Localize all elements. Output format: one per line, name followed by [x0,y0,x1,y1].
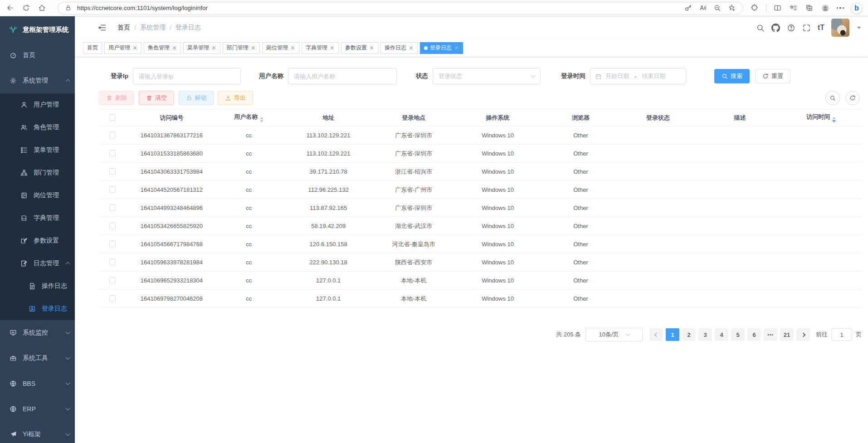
sidebar-item-yi-framework[interactable]: Yi框架 [0,422,75,443]
browser-reload-button[interactable] [21,4,30,13]
tab-close-icon[interactable] [172,45,177,50]
sidebar-item-dict-management[interactable]: 字典管理 [0,207,75,229]
date-range-input[interactable]: 开始日期 - 结束日期 [590,68,686,84]
row-checkbox[interactable] [109,204,116,211]
tab-home[interactable]: 首页 [83,42,102,54]
help-question-icon[interactable] [787,24,795,32]
sidebar-item-post-management[interactable]: 岗位管理 [0,184,75,207]
tab-login-log[interactable]: 登录日志 [420,42,463,54]
app-logo[interactable]: 意框架管理系统 [0,16,75,43]
row-checkbox[interactable] [109,168,116,175]
page-button-1[interactable]: 1 [666,328,679,341]
refresh-table-icon[interactable] [845,91,860,105]
tab-close-icon[interactable] [409,45,414,50]
site-lock-icon[interactable] [64,4,72,13]
sidebar-item-menu-management[interactable]: 菜单管理 [0,139,75,161]
tab-close-icon[interactable] [330,45,335,50]
tab-role-management[interactable]: 角色管理 [144,42,181,54]
zoom-out-icon[interactable] [713,4,722,13]
tab-operation-log[interactable]: 操作日志 [380,42,418,54]
favorites-icon[interactable] [789,4,798,13]
header-search-icon[interactable] [756,24,765,32]
tab-post-management[interactable]: 岗位管理 [262,42,299,54]
tab-dict-management[interactable]: 字典管理 [302,42,339,54]
select-all-checkbox[interactable] [109,114,116,121]
next-page-button[interactable] [796,328,810,341]
sidebar-item-dept-management[interactable]: 部门管理 [0,161,75,184]
toggle-search-icon[interactable] [825,91,840,105]
page-ellipsis[interactable]: ••• [764,328,777,341]
row-checkbox[interactable] [109,241,116,247]
unlock-button[interactable]: 解锁 [179,91,214,105]
row-checkbox[interactable] [109,223,116,229]
avatar-caret-icon[interactable] [857,27,861,29]
sidebar-item-role-management[interactable]: 角色管理 [0,116,75,139]
export-button[interactable]: 导出 [218,91,253,105]
browser-menu-icon[interactable] [837,7,844,9]
bing-copilot-icon[interactable]: b [851,2,863,14]
font-size-icon[interactable]: tT [818,24,824,32]
row-checkbox[interactable] [109,259,116,265]
collections-icon[interactable] [805,4,814,13]
search-button[interactable]: 搜索 [714,69,750,83]
fullscreen-icon[interactable] [802,24,811,32]
sidebar-item-log-management[interactable]: 日志管理 [0,252,75,275]
password-key-icon[interactable] [684,4,693,13]
row-checkbox[interactable] [109,132,116,138]
login-ip-input[interactable] [133,68,241,84]
read-aloud-icon[interactable] [698,4,707,13]
breadcrumb-home[interactable]: 首页 [117,24,130,32]
page-button-21[interactable]: 21 [780,328,794,341]
tab-close-icon[interactable] [290,45,295,50]
sidebar-item-user-management[interactable]: 用户管理 [0,93,75,116]
page-size-select[interactable]: 10条/页 [585,328,643,341]
sort-icons[interactable] [832,117,836,122]
sidebar-item-system-tools[interactable]: 系统工具 [0,346,75,371]
clear-button[interactable]: 清空 [139,91,174,105]
sidebar-item-login-log[interactable]: 登录日志 [0,297,75,320]
page-button-6[interactable]: 6 [747,328,761,341]
browser-home-button[interactable] [37,4,46,13]
tab-menu-management[interactable]: 菜单管理 [183,42,220,54]
extensions-icon[interactable] [750,4,759,13]
page-button-2[interactable]: 2 [682,328,696,341]
address-bar[interactable]: https://ccnetcore.com:1101/system/log/lo… [58,2,743,15]
prev-page-button[interactable] [649,328,663,341]
sidebar-item-home[interactable]: 首页 [0,43,75,68]
delete-button[interactable]: 删除 [99,91,134,105]
tab-close-icon[interactable] [454,45,459,50]
github-icon[interactable] [771,24,780,32]
sidebar-item-system-management[interactable]: 系统管理 [0,68,75,93]
page-button-3[interactable]: 3 [698,328,712,341]
row-checkbox[interactable] [109,295,116,302]
tab-close-icon[interactable] [132,45,137,50]
split-screen-icon[interactable] [773,4,782,13]
sidebar-item-operation-log[interactable]: 操作日志 [0,275,75,297]
row-checkbox[interactable] [109,277,116,283]
page-button-4[interactable]: 4 [715,328,728,341]
sidebar-item-parameter-settings[interactable]: 参数设置 [0,229,75,252]
sidebar-item-bbs[interactable]: BBS [0,371,75,396]
col-visit-time[interactable]: 访问时间 [781,109,862,127]
sidebar-collapse-icon[interactable] [98,23,107,32]
tab-close-icon[interactable] [369,45,374,50]
goto-page-input[interactable] [831,328,852,341]
tab-parameter-settings[interactable]: 参数设置 [341,42,378,54]
row-checkbox[interactable] [109,186,116,193]
status-select[interactable]: 登录状态 [433,68,541,84]
browser-back-button[interactable] [5,4,15,13]
col-user-name[interactable]: 用户名称 [217,109,281,127]
row-checkbox[interactable] [109,150,116,156]
sort-icons[interactable] [260,117,263,122]
browser-profile-icon[interactable] [821,4,830,13]
page-button-5[interactable]: 5 [731,328,745,341]
tab-user-management[interactable]: 用户管理 [104,42,141,54]
add-favorite-icon[interactable] [727,4,736,13]
tab-dept-management[interactable]: 部门管理 [223,42,260,54]
tab-close-icon[interactable] [211,45,216,50]
reset-button[interactable]: 重置 [755,69,790,83]
sidebar-item-erp[interactable]: ERP [0,396,75,422]
sidebar-item-system-monitor[interactable]: 系统监控 [0,320,75,346]
user-avatar[interactable] [831,19,849,37]
tab-close-icon[interactable] [251,45,256,50]
